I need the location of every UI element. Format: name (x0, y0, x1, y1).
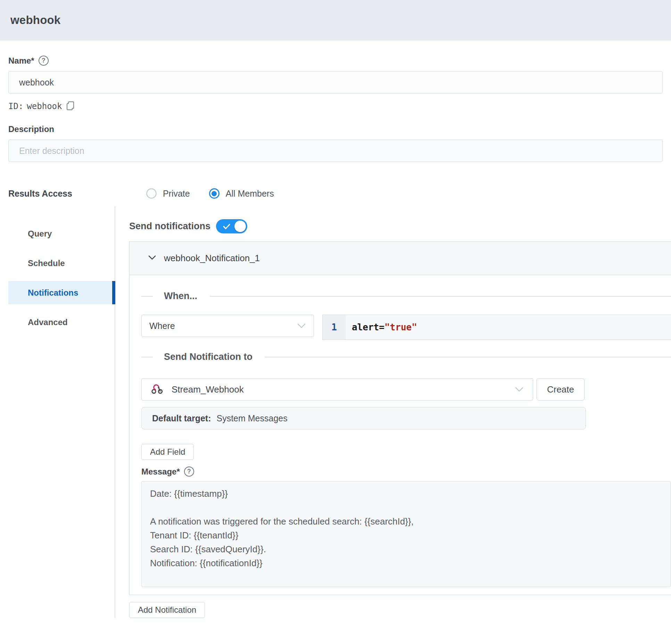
code-string-value: "true" (384, 322, 417, 332)
condition-code-editor[interactable]: 1 alert="true" (322, 315, 671, 340)
radio-all-members-circle[interactable] (209, 188, 219, 199)
page-title: webhook (10, 14, 60, 27)
connection-select[interactable]: Stream_Webhook (141, 378, 533, 401)
sidebar-item-notifications[interactable]: Notifications (8, 281, 115, 304)
sidebar-item-schedule[interactable]: Schedule (8, 251, 115, 275)
create-button[interactable]: Create (537, 378, 585, 401)
code-expression: alert= (352, 322, 384, 332)
webhook-icon (151, 382, 163, 396)
id-value: webhook (27, 101, 62, 111)
message-label: Message* (141, 467, 180, 477)
chevron-down-icon[interactable] (148, 255, 156, 262)
radio-all-members[interactable]: All Members (209, 188, 274, 199)
radio-private-label: Private (163, 189, 190, 199)
toggle-knob (234, 221, 246, 232)
line-number: 1 (323, 315, 346, 339)
results-access-label: Results Access (8, 189, 72, 199)
radio-private-circle[interactable] (146, 188, 157, 199)
radio-all-members-label: All Members (226, 189, 274, 199)
add-field-button[interactable]: Add Field (141, 444, 194, 460)
name-label: Name* (8, 56, 34, 66)
chevron-down-icon (515, 387, 524, 392)
settings-sidebar: Query Schedule Notifications Advanced (8, 206, 115, 618)
condition-operator-select[interactable]: Where (141, 315, 314, 337)
help-icon[interactable]: ? (39, 56, 49, 66)
notification-panel-header[interactable]: webhook_Notification_1 (130, 242, 671, 275)
add-notification-button[interactable]: Add Notification (129, 602, 205, 618)
notification-panel: webhook_Notification_1 When... Where (129, 241, 671, 595)
chevron-down-icon (297, 323, 306, 329)
connection-name: Stream_Webhook (172, 384, 244, 395)
when-section-heading: When... (141, 291, 671, 302)
copy-icon[interactable] (66, 101, 75, 111)
sidebar-item-advanced[interactable]: Advanced (8, 311, 115, 334)
send-to-section-heading: Send Notification to (141, 352, 671, 362)
default-target-box: Default target: System Messages (141, 407, 586, 429)
notifications-pane: Send notifications (115, 206, 663, 618)
description-input[interactable] (8, 140, 663, 162)
radio-private[interactable]: Private (146, 188, 190, 199)
send-notifications-label: Send notifications (129, 221, 210, 232)
sidebar-item-query[interactable]: Query (8, 222, 115, 245)
id-label: ID: (8, 101, 23, 111)
notification-title: webhook_Notification_1 (164, 253, 260, 264)
title-bar: webhook (0, 0, 671, 40)
message-textarea[interactable]: Date: {{timestamp}} A notification was t… (141, 481, 671, 587)
description-label: Description (8, 124, 54, 134)
help-icon[interactable]: ? (184, 467, 194, 477)
send-notifications-toggle[interactable] (216, 219, 247, 233)
check-icon (223, 223, 231, 230)
form-content: Name* ? ID: webhook Description Results … (0, 56, 671, 618)
name-input[interactable] (8, 71, 663, 93)
default-target-value: System Messages (216, 413, 287, 423)
default-target-label: Default target: (152, 413, 211, 423)
